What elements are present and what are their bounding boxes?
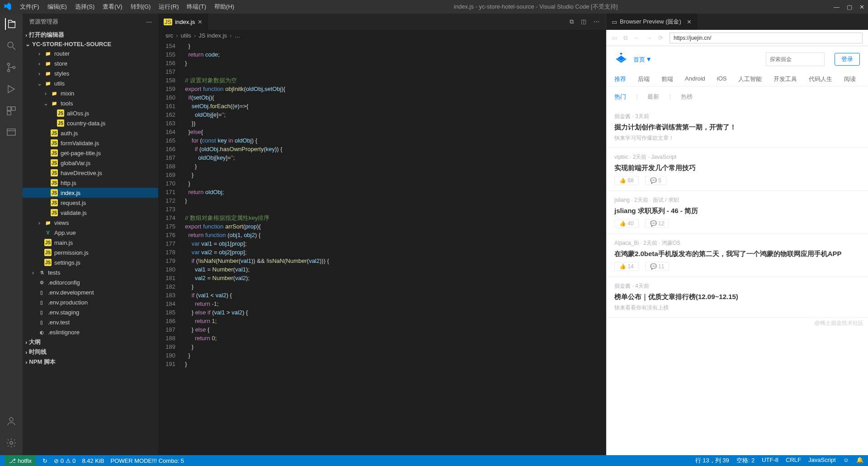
post-item[interactable]: 掘金酱 · 3天前 掘力计划创作者训练营第一期，开营了！ 快来学习写作爆款文章！ bbox=[606, 107, 868, 148]
tree-item[interactable]: JSrequest.js bbox=[23, 198, 158, 208]
home-link[interactable]: 首页 ▾ bbox=[633, 55, 651, 64]
search-icon[interactable] bbox=[5, 40, 17, 52]
tree-item[interactable]: JScountry-data.js bbox=[23, 118, 158, 128]
tab-close-icon[interactable]: ✕ bbox=[687, 19, 692, 25]
nav-item[interactable]: 代码人生 bbox=[809, 75, 832, 83]
juejin-search-input[interactable] bbox=[766, 52, 825, 66]
tree-item[interactable]: JSauth.js bbox=[23, 128, 158, 138]
tab-index-js[interactable]: JS index.js ✕ bbox=[158, 14, 208, 30]
url-input[interactable] bbox=[670, 33, 863, 43]
close-icon[interactable]: ✕ bbox=[859, 4, 864, 10]
tree-item[interactable]: JSmain.js bbox=[23, 238, 158, 247]
back-icon[interactable]: ← bbox=[634, 34, 640, 41]
menu-item[interactable]: 运行(R) bbox=[155, 1, 182, 13]
browser-tab[interactable]: ▭ Browser Preview (掘金) ✕ bbox=[606, 14, 697, 30]
more-icon[interactable]: ⋯ bbox=[146, 19, 152, 25]
tree-item[interactable]: ›📁router bbox=[23, 48, 158, 58]
tree-item[interactable]: ›📁store bbox=[23, 58, 158, 68]
like-count[interactable]: 👍 40 bbox=[614, 219, 639, 228]
indentation[interactable]: 空格: 2 bbox=[736, 456, 755, 465]
filter-item[interactable]: 热榜 bbox=[681, 93, 693, 101]
juejin-logo-icon[interactable] bbox=[614, 52, 628, 66]
source-control-icon[interactable] bbox=[5, 62, 17, 73]
tab-close-icon[interactable]: ✕ bbox=[198, 19, 203, 25]
tree-item[interactable]: ›📁mixin bbox=[23, 88, 158, 98]
forward-icon[interactable]: → bbox=[646, 34, 652, 41]
filter-item[interactable]: 热门 bbox=[614, 93, 626, 101]
post-item[interactable]: jsliang · 2天前 · 面试 / 求职 jsliang 求职系列 - 4… bbox=[606, 191, 868, 234]
outline-section[interactable]: ›大纲 bbox=[23, 337, 158, 347]
tree-item[interactable]: ◐.eslintignore bbox=[23, 327, 158, 337]
cursor-position[interactable]: 行 13，列 39 bbox=[695, 456, 729, 465]
nav-item[interactable]: 阅读 bbox=[844, 75, 856, 83]
breadcrumb-item[interactable]: JS index.js bbox=[198, 32, 227, 39]
extensions-icon[interactable] bbox=[5, 105, 17, 117]
tree-item[interactable]: ›📁views bbox=[23, 218, 158, 228]
tree-item[interactable]: JSpermission.js bbox=[23, 247, 158, 257]
breadcrumb-item[interactable]: … bbox=[234, 32, 240, 39]
tree-item[interactable]: JSsettings.js bbox=[23, 257, 158, 267]
feedback-icon[interactable]: ☺ bbox=[843, 456, 849, 465]
nav-item[interactable]: 人工智能 bbox=[738, 75, 762, 83]
npm-section[interactable]: ›NPM 脚本 bbox=[23, 357, 158, 367]
sync-icon[interactable]: ↻ bbox=[42, 457, 47, 464]
comment-count[interactable]: 💬 11 bbox=[645, 262, 670, 271]
project-section[interactable]: ⌄YC-STORE-HOTEL-SOURCE bbox=[23, 40, 158, 48]
new-window-icon[interactable]: ⧉ bbox=[623, 34, 627, 42]
tree-item[interactable]: ▯.env.test bbox=[23, 317, 158, 327]
tree-item[interactable]: ›📁styles bbox=[23, 68, 158, 78]
browser-preview-icon[interactable] bbox=[5, 127, 17, 138]
split-editor-icon[interactable]: ◫ bbox=[581, 18, 586, 25]
language-mode[interactable]: JavaScript bbox=[808, 456, 836, 465]
filter-item[interactable]: 最新 bbox=[647, 93, 659, 101]
tree-item[interactable]: JShttp.js bbox=[23, 178, 158, 188]
menu-item[interactable]: 终端(T) bbox=[183, 1, 210, 13]
tree-item[interactable]: JShaveDirective.js bbox=[23, 168, 158, 178]
more-actions-icon[interactable]: ⋯ bbox=[594, 18, 599, 25]
minimize-icon[interactable]: — bbox=[834, 4, 840, 10]
tree-item[interactable]: JSvalidate.js bbox=[23, 208, 158, 218]
eol[interactable]: CRLF bbox=[786, 456, 801, 465]
notifications-icon[interactable]: 🔔 bbox=[856, 456, 863, 465]
breadcrumb-item[interactable]: utils bbox=[181, 32, 191, 39]
tree-item[interactable]: ▯.env.staging bbox=[23, 307, 158, 317]
encoding[interactable]: UTF-8 bbox=[762, 456, 778, 465]
breadcrumbs[interactable]: src›utils›JS index.js›… bbox=[158, 30, 606, 41]
nav-item[interactable]: 开发工具 bbox=[774, 75, 797, 83]
menu-item[interactable]: 文件(F) bbox=[16, 1, 43, 13]
tree-item[interactable]: JSindex.js bbox=[23, 188, 158, 198]
login-button[interactable]: 登录 bbox=[835, 53, 860, 66]
tree-item[interactable]: JSglobalVar.js bbox=[23, 158, 158, 168]
timeline-section[interactable]: ›时间线 bbox=[23, 347, 158, 357]
run-debug-icon[interactable] bbox=[5, 83, 17, 95]
tree-item[interactable]: ⌄📁tools bbox=[23, 98, 158, 108]
menu-item[interactable]: 查看(V) bbox=[99, 1, 126, 13]
nav-item[interactable]: Android bbox=[685, 75, 705, 83]
tree-item[interactable]: JSformValidate.js bbox=[23, 138, 158, 148]
breadcrumb-item[interactable]: src bbox=[165, 32, 173, 39]
code-content[interactable]: } return code; } // 设置对象数据为空 export func… bbox=[182, 41, 606, 455]
tree-item[interactable]: ⌄📁utils bbox=[23, 78, 158, 88]
menu-item[interactable]: 帮助(H) bbox=[211, 1, 238, 13]
reload-icon[interactable]: ⟳ bbox=[658, 34, 663, 41]
compare-icon[interactable]: ⧉ bbox=[570, 18, 574, 25]
account-icon[interactable] bbox=[5, 415, 17, 427]
tree-item[interactable]: JSget-page-title.js bbox=[23, 148, 158, 158]
menu-item[interactable]: 编辑(E) bbox=[44, 1, 71, 13]
tree-item[interactable]: ⚙.editorconfig bbox=[23, 277, 158, 287]
menu-item[interactable]: 转到(G) bbox=[127, 1, 155, 13]
post-item[interactable]: vipbic · 2天前 · JavaScript 实现前端开发几个常用技巧 👍… bbox=[606, 148, 868, 191]
settings-gear-icon[interactable] bbox=[5, 437, 17, 449]
nav-item[interactable]: 后端 bbox=[638, 75, 650, 83]
post-item[interactable]: Alpaca_Bi · 2天前 · 鸿蒙OS 在鸿蒙2.0beta手机版发布的第… bbox=[606, 234, 868, 277]
tree-item[interactable]: JSaliOss.js bbox=[23, 108, 158, 118]
tree-item[interactable]: VApp.vue bbox=[23, 228, 158, 238]
comment-count[interactable]: 💬 5 bbox=[645, 176, 666, 185]
tree-item[interactable]: ▯.env.production bbox=[23, 297, 158, 307]
problems-status[interactable]: ⊘ 0 ⚠ 0 bbox=[54, 457, 75, 464]
nav-item[interactable]: iOS bbox=[717, 75, 727, 83]
git-branch[interactable]: ⎇ hotfix bbox=[5, 455, 36, 466]
comment-count[interactable]: 💬 12 bbox=[645, 219, 670, 228]
devtools-icon[interactable]: ▭ bbox=[612, 34, 617, 41]
post-item[interactable]: 掘金酱 · 4天前 榜单公布｜优质文章排行榜(12.09~12.15) 快来看看… bbox=[606, 277, 868, 318]
